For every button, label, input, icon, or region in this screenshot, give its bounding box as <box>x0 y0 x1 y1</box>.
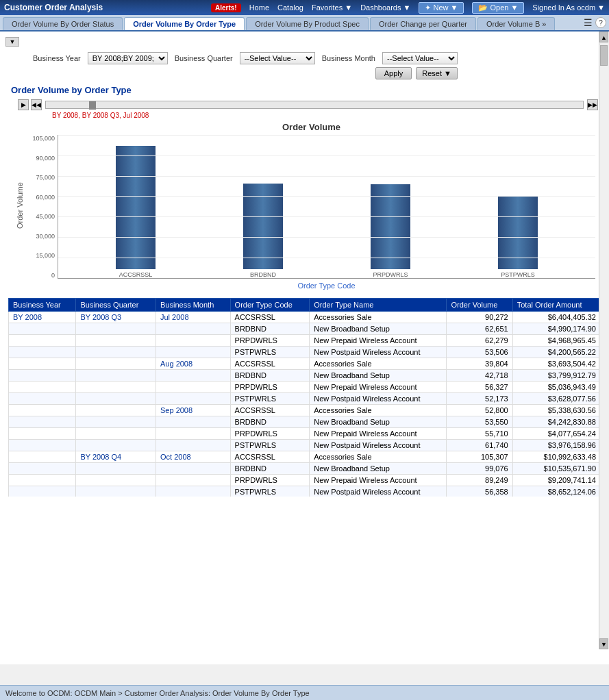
bar-brdbnd: BRDBND <box>243 184 283 278</box>
cell-bm <box>156 463 231 475</box>
cell-amt: $5,036,943.49 <box>512 382 600 393</box>
x-axis-label: Order Type Code <box>58 282 595 290</box>
cell-by[interactable]: BY 2008 <box>9 312 76 323</box>
slider-thumb[interactable] <box>89 101 96 110</box>
cell-bm <box>156 428 231 440</box>
slider-row: ▶ ◀◀ ▶▶ <box>11 99 598 110</box>
table-row: BY 2008 Q4 Oct 2008 ACCSRSSL Accessories… <box>9 451 601 463</box>
tab-order-change[interactable]: Order Change per Quarter <box>370 17 476 30</box>
cell-by <box>9 405 76 416</box>
cell-vol: 56,358 <box>447 486 512 497</box>
cell-vol: 89,249 <box>447 475 512 486</box>
cell-bm <box>156 335 231 347</box>
cell-bq <box>76 393 156 405</box>
cell-by <box>9 428 76 440</box>
cell-vol: 39,804 <box>447 358 512 370</box>
alert-badge[interactable]: Alerts! <box>211 3 241 12</box>
cell-name: New Broadband Setup <box>310 370 447 382</box>
open-button[interactable]: 📂 Open ▼ <box>472 2 524 14</box>
cell-amt: $6,404,405.32 <box>512 312 600 323</box>
tab-order-volume-product[interactable]: Order Volume By Product Spec <box>246 17 369 30</box>
app-title: Customer Order Analysis <box>4 3 103 12</box>
bar-chart: Order Volume Order Volume 105,000 90,000… <box>14 122 595 290</box>
list-view-icon[interactable]: ☰ <box>584 17 593 28</box>
cell-bq <box>76 416 156 428</box>
top-bar: Customer Order Analysis Alerts! Home Cat… <box>0 0 609 15</box>
cell-vol: 90,272 <box>447 312 512 323</box>
play-button[interactable]: ▶ <box>18 99 29 110</box>
bars-area: ACCSRSSL BRDBND PRPDWRLS PSTPWRLS <box>58 135 595 279</box>
nav-catalog[interactable]: Catalog <box>277 3 303 12</box>
table-row: Sep 2008 ACCSRSSL Accessories Sale 52,80… <box>9 405 601 416</box>
cell-code: PSTPWRLS <box>230 393 310 405</box>
cell-code: PSTPWRLS <box>230 486 310 497</box>
cell-bq <box>76 475 156 486</box>
cell-amt: $10,992,633.48 <box>512 451 600 463</box>
cell-vol: 62,279 <box>447 335 512 347</box>
cell-code: PSTPWRLS <box>230 440 310 451</box>
apply-button[interactable]: Apply <box>375 67 412 79</box>
cell-name: New Postpaid Wireless Account <box>310 347 447 358</box>
cell-name: Accessories Sale <box>310 405 447 416</box>
chart-section-title: Order Volume by Order Type <box>11 85 598 95</box>
cell-amt: $4,200,565.22 <box>512 347 600 358</box>
cell-name: New Prepaid Wireless Account <box>310 335 447 347</box>
slider-track[interactable] <box>45 101 584 109</box>
cell-name: New Broadband Setup <box>310 416 447 428</box>
filter-row: Business Year BY 2008;BY 2009; Business … <box>5 49 604 67</box>
status-bar: Welcome to OCDM: OCDM Main > Customer Or… <box>0 685 609 700</box>
next-button[interactable]: ▶▶ <box>587 99 598 110</box>
cell-code: PRPDWRLS <box>230 335 310 347</box>
cell-bm[interactable]: Aug 2008 <box>156 358 231 370</box>
table-row: PRPDWRLS New Prepaid Wireless Account 62… <box>9 335 601 347</box>
prev-button[interactable]: ◀◀ <box>31 99 42 110</box>
cell-bm <box>156 475 231 486</box>
cell-bm[interactable]: Oct 2008 <box>156 451 231 463</box>
cell-bm <box>156 347 231 358</box>
business-quarter-select[interactable]: --Select Value-- <box>240 52 315 64</box>
table-row: Aug 2008 ACCSRSSL Accessories Sale 39,80… <box>9 358 601 370</box>
cell-bq <box>76 463 156 475</box>
cell-by <box>9 463 76 475</box>
cell-bq[interactable]: BY 2008 Q4 <box>76 451 156 463</box>
cell-bq[interactable]: BY 2008 Q3 <box>76 312 156 323</box>
cell-vol: 53,550 <box>447 416 512 428</box>
cell-name: New Prepaid Wireless Account <box>310 428 447 440</box>
cell-amt: $10,535,671.90 <box>512 463 600 475</box>
nav-home[interactable]: Home <box>249 3 269 12</box>
main-content: ▼ Business Year BY 2008;BY 2009; Busines… <box>0 32 609 664</box>
reset-button[interactable]: Reset ▼ <box>416 67 458 79</box>
tab-order-volume-type[interactable]: Order Volume By Order Type <box>124 17 245 30</box>
cell-vol: 52,173 <box>447 393 512 405</box>
nav-dashboards[interactable]: Dashboards ▼ <box>360 3 410 12</box>
cell-bm <box>156 382 231 393</box>
nav-favorites[interactable]: Favorites ▼ <box>312 3 352 12</box>
cell-bm[interactable]: Jul 2008 <box>156 312 231 323</box>
cell-bq <box>76 440 156 451</box>
y-axis-label: Order Volume <box>14 122 26 290</box>
tab-order-volume-status[interactable]: Order Volume By Order Status <box>3 17 123 30</box>
business-year-select[interactable]: BY 2008;BY 2009; <box>88 52 168 64</box>
col-order-type-name: Order Type Name <box>310 299 447 312</box>
cell-bq <box>76 335 156 347</box>
right-scrollbar[interactable]: ▲ ▼ <box>599 32 609 649</box>
business-month-select[interactable]: --Select Value-- <box>382 52 458 64</box>
tab-order-volume-b[interactable]: Order Volume B » <box>477 17 555 30</box>
collapse-button[interactable]: ▼ <box>5 37 19 47</box>
col-business-month: Business Month <box>156 299 231 312</box>
cell-amt: $4,242,830.88 <box>512 416 600 428</box>
slider-label: BY 2008, BY 2008 Q3, Jul 2008 <box>11 112 598 119</box>
cell-name: New Postpaid Wireless Account <box>310 440 447 451</box>
cell-bm[interactable]: Sep 2008 <box>156 405 231 416</box>
cell-vol: 62,651 <box>447 323 512 335</box>
cell-code: ACCSRSSL <box>230 451 310 463</box>
cell-by <box>9 358 76 370</box>
cell-bq <box>76 358 156 370</box>
signed-in-label[interactable]: Signed In As ocdm ▼ <box>532 3 605 12</box>
help-icon[interactable]: ? <box>595 17 606 28</box>
cell-by <box>9 416 76 428</box>
cell-bm <box>156 393 231 405</box>
cell-bq <box>76 486 156 497</box>
new-button[interactable]: ✦ New ▼ <box>419 2 464 14</box>
cell-bm <box>156 323 231 335</box>
